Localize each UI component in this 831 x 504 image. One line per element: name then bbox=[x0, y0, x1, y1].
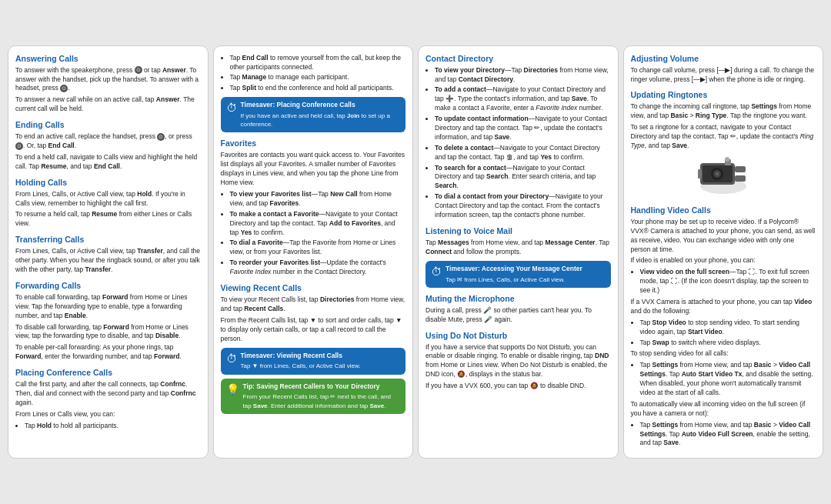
timesaver-message-center: ⏱ Timesaver: Accessing Your Message Cent… bbox=[426, 261, 611, 288]
handling-video-text5: To automatically view all incoming video… bbox=[631, 400, 816, 419]
page: Answering Calls To answer with the speak… bbox=[8, 45, 823, 459]
timesaver-recent-content: Timesaver: Viewing Recent Calls Tap ▼ fr… bbox=[241, 352, 361, 371]
forwarding-calls-heading: Forwarding Calls bbox=[15, 281, 201, 290]
handling-video-fullscreen: View video on the full screen—Tap ⛶. To … bbox=[640, 268, 816, 295]
timesaver-message-content: Timesaver: Accessing Your Message Center… bbox=[446, 265, 582, 284]
timesaver-conference-title: Timesaver: Placing Conference Calls bbox=[241, 101, 401, 110]
holding-calls-heading: Holding Calls bbox=[15, 178, 201, 187]
svg-point-5 bbox=[716, 172, 719, 175]
muting-microphone-text: During a call, press 🎤 so other parties … bbox=[426, 306, 611, 325]
svg-point-10 bbox=[725, 157, 729, 162]
updating-ringtones-heading: Updating Ringtones bbox=[631, 90, 816, 99]
timesaver-message-icon: ⏱ bbox=[431, 265, 442, 278]
tip-saving-content: Tip: Saving Recent Callers to Your Direc… bbox=[243, 382, 401, 410]
end-call-icon1: ⊙ bbox=[157, 133, 165, 141]
holding-calls-text2: To resume a held call, tap Resume from e… bbox=[15, 210, 201, 229]
timesaver-conference-text: If you have an active and held call, tap… bbox=[241, 112, 390, 128]
contact-directory-heading: Contact Directory bbox=[426, 54, 611, 63]
forwarding-calls-text1: To enable call forwarding, tap Forward f… bbox=[15, 293, 201, 321]
conference-continued-list: Tap End Call to remove yourself from the… bbox=[221, 54, 406, 94]
timesaver-recent-title: Timesaver: Viewing Recent Calls bbox=[241, 352, 361, 361]
answering-calls-text1: To answer with the speakerphone, press ⊙… bbox=[15, 66, 201, 94]
handling-video-text4: To stop sending video for all calls: bbox=[631, 349, 816, 359]
forwarding-calls-text2: To disable call forwarding, tap Forward … bbox=[15, 323, 201, 342]
tip-saving-callers: 💡 Tip: Saving Recent Callers to Your Dir… bbox=[221, 379, 406, 414]
viewing-recent-heading: Viewing Recent Calls bbox=[221, 283, 406, 292]
placing-conference-text1: Call the first party, and after the call… bbox=[15, 380, 201, 408]
handling-video-text1: Your phone may be set up to receive vide… bbox=[631, 218, 816, 255]
do-not-disturb-text2: If you have a VVX 600, you can tap 🔕 to … bbox=[426, 382, 611, 391]
handling-video-list2: Tap Stop Video to stop sending video. To… bbox=[631, 319, 816, 348]
do-not-disturb-text1: If you have a service that supports Do N… bbox=[426, 343, 611, 380]
placing-conference-list-item1: Tap Hold to hold all participants. bbox=[25, 422, 201, 431]
contact-dir-view: To view your Directory—Tap Directories f… bbox=[435, 66, 611, 85]
contact-directory-list: To view your Directory—Tap Directories f… bbox=[426, 66, 611, 220]
camera-svg bbox=[696, 155, 750, 198]
handling-video-list4: Tap Settings from Home view, and tap Bas… bbox=[631, 421, 816, 449]
panel-2: Tap End Call to remove yourself from the… bbox=[213, 45, 414, 459]
contact-dir-dial: To dial a contact from your Directory—Na… bbox=[435, 192, 611, 220]
svg-rect-6 bbox=[735, 166, 746, 172]
muting-microphone-heading: Muting the Microphone bbox=[426, 294, 611, 303]
favorites-make: To make a contact a Favorite—Navigate to… bbox=[230, 210, 406, 238]
timesaver-conference: ⏱ Timesaver: Placing Conference Calls If… bbox=[221, 97, 406, 132]
timesaver-recent-calls: ⏱ Timesaver: Viewing Recent Calls Tap ▼ … bbox=[221, 348, 406, 375]
handling-video-heading: Handling Video Calls bbox=[631, 205, 816, 215]
handling-video-list1: View video on the full screen—Tap ⛶. To … bbox=[631, 268, 816, 295]
favorites-list: To view your Favorites list—Tap New Call… bbox=[221, 190, 406, 277]
timesaver-message-text: Tap ✉ from Lines, Calls, or Active Call … bbox=[446, 276, 565, 283]
contact-dir-update: To update contact information—Navigate t… bbox=[435, 115, 611, 142]
updating-ringtones-text2: To set a ringtone for a contact, navigat… bbox=[631, 123, 816, 151]
handling-video-swap: Tap Swap to switch where video displays. bbox=[640, 339, 816, 348]
tip-saving-title: Tip: Saving Recent Callers to Your Direc… bbox=[243, 382, 401, 392]
conference-item-endcall: Tap End Call to remove yourself from the… bbox=[230, 54, 406, 72]
headset-icon: ⊙ bbox=[60, 85, 68, 92]
conference-item-split: Tap Split to end the conference and hold… bbox=[230, 84, 406, 93]
end-call-icon2: ⊙ bbox=[15, 142, 23, 150]
listening-voicemail-heading: Listening to Voice Mail bbox=[426, 226, 611, 235]
viewing-recent-text1: To view your Recent Calls list, tap Dire… bbox=[221, 295, 406, 314]
favorites-reorder: To reorder your Favorites list—Update th… bbox=[230, 259, 406, 277]
ending-calls-heading: Ending Calls bbox=[15, 120, 201, 129]
handling-video-text2: If video is enabled on your phone, you c… bbox=[631, 256, 816, 265]
viewing-recent-text2: From the Recent Calls list, tap ▼ to sor… bbox=[221, 316, 406, 344]
timesaver-conference-content: Timesaver: Placing Conference Calls If y… bbox=[241, 101, 401, 129]
transferring-calls-heading: Transferring Calls bbox=[15, 235, 201, 244]
favorites-dial: To dial a Favorite—Tap the Favorite from… bbox=[230, 239, 406, 257]
handling-video-autostart: Tap Settings from Home view, and tap Bas… bbox=[640, 361, 816, 398]
handling-video-list3: Tap Settings from Home view, and tap Bas… bbox=[631, 361, 816, 398]
contact-dir-add: To add a contact—Navigate to your Contac… bbox=[435, 85, 611, 113]
handling-video-stop: Tap Stop Video to stop sending video. To… bbox=[640, 319, 816, 337]
panel-1: Answering Calls To answer with the speak… bbox=[8, 45, 209, 459]
ending-calls-text2: To end a held call, navigate to Calls vi… bbox=[15, 153, 201, 172]
favorites-heading: Favorites bbox=[221, 139, 406, 148]
updating-ringtones-text1: To change the incoming call ringtone, ta… bbox=[631, 102, 816, 121]
answering-calls-heading: Answering Calls bbox=[15, 54, 201, 63]
contact-dir-search: To search for a contact—Navigate to your… bbox=[435, 164, 611, 192]
holding-calls-text1: From Lines, Calls, or Active Call view, … bbox=[15, 190, 201, 209]
placing-conference-text2: From Lines or Calls view, you can: bbox=[15, 410, 201, 419]
timesaver-recent-icon: ⏱ bbox=[226, 352, 237, 365]
contact-dir-delete: To delete a contact—Navigate to your Con… bbox=[435, 144, 611, 162]
timesaver-conference-icon: ⏱ bbox=[226, 102, 237, 114]
forwarding-calls-text3: To enable per-call forwarding: As your p… bbox=[15, 343, 201, 362]
handling-video-text3: If a VVX Camera is attached to your phon… bbox=[631, 298, 816, 316]
favorites-intro: Favorites are contacts you want quick ac… bbox=[221, 151, 406, 188]
ending-calls-text1: To end an active call, replace the hands… bbox=[15, 132, 201, 151]
adjusting-volume-heading: Adjusting Volume bbox=[631, 54, 816, 63]
panel-3: Contact Directory To view your Directory… bbox=[418, 45, 619, 459]
adjusting-volume-text: To change call volume, press [—▶] during… bbox=[631, 66, 816, 85]
do-not-disturb-heading: Using Do Not Disturb bbox=[426, 331, 611, 340]
placing-conference-heading: Placing Conference Calls bbox=[15, 368, 201, 377]
camera-image bbox=[631, 155, 816, 199]
panel-4: Adjusting Volume To change call volume, … bbox=[623, 45, 824, 459]
transferring-calls-text: From Lines, Calls, or Active Call view, … bbox=[15, 247, 201, 275]
speakerphone-icon: ⊙ bbox=[135, 66, 142, 74]
answering-calls-text2: To answer a new call while on an active … bbox=[15, 95, 201, 114]
timesaver-message-title: Timesaver: Accessing Your Message Center bbox=[446, 265, 582, 274]
listening-voicemail-text: Tap Messages from Home view, and tap Mes… bbox=[426, 239, 611, 257]
placing-conference-list: Tap Hold to hold all participants. bbox=[15, 422, 201, 431]
tip-saving-text: From your Recent Calls list, tap ✏ next … bbox=[243, 393, 391, 409]
handling-video-fullscreen-auto: Tap Settings from Home view, and tap Bas… bbox=[640, 421, 816, 449]
conference-item-manage: Tap Manage to manage each participant. bbox=[230, 73, 406, 82]
